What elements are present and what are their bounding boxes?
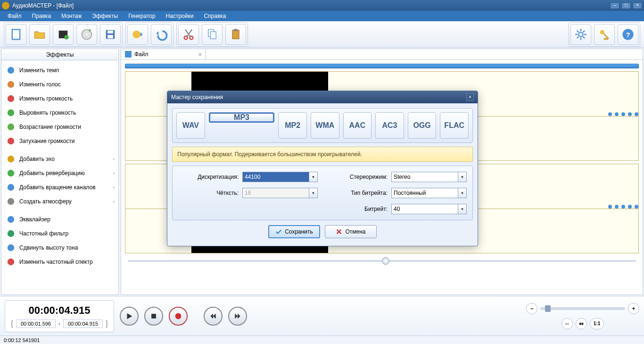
format-description: Популярный формат. Подерживается большин…: [172, 147, 473, 162]
menu-help[interactable]: Справка: [199, 11, 231, 21]
bitrate-type-label: Тип битрейта:: [327, 190, 388, 196]
new-file-button[interactable]: [6, 24, 26, 45]
stop-button[interactable]: [144, 307, 163, 326]
sidebar-item[interactable]: Добавить вращение каналов‹: [1, 180, 118, 194]
format-button-mp3[interactable]: MP3: [209, 112, 275, 123]
sidebar-item-label: Затухание громкости: [19, 138, 74, 144]
format-button-flac[interactable]: FLAC: [440, 112, 469, 139]
video-button[interactable]: [53, 24, 74, 45]
settings-button[interactable]: [570, 24, 591, 45]
bitrate-select[interactable]: 40▼: [391, 204, 467, 214]
format-button-mp2[interactable]: MP2: [278, 112, 307, 139]
bitrate-label: Битрейт:: [327, 206, 388, 212]
effect-icon: [6, 215, 16, 224]
svg-point-2: [64, 35, 68, 39]
menu-file[interactable]: Файл: [3, 11, 26, 21]
prev-button[interactable]: [204, 307, 223, 326]
sidebar-item-label: Добавить вращение каналов: [19, 184, 96, 191]
sidebar-item-label: Изменить частотный спектр: [19, 259, 93, 265]
file-tab[interactable]: Файл ×: [121, 49, 206, 59]
format-button-ogg[interactable]: OGG: [408, 112, 437, 139]
format-button-ac3[interactable]: AC3: [375, 112, 404, 139]
help-button[interactable]: ?: [618, 24, 638, 45]
bitrate-type-select[interactable]: Постоянный▼: [391, 188, 467, 198]
zoom-11-button[interactable]: 1:1: [590, 318, 604, 329]
fit-width-button[interactable]: ↔: [561, 318, 573, 329]
sidebar-item-label: Частотный фильтр: [19, 230, 68, 237]
effect-icon: [6, 257, 16, 267]
key-button[interactable]: [594, 24, 615, 45]
copy-button[interactable]: [202, 24, 223, 45]
timeline[interactable]: [125, 256, 639, 266]
cd-button[interactable]: [76, 24, 97, 45]
dialog-title-bar[interactable]: Мастер сохранения ×: [167, 91, 478, 103]
paste-button[interactable]: [225, 24, 246, 45]
effect-icon: [6, 94, 16, 103]
sidebar-item[interactable]: Добавить эхо‹: [1, 152, 118, 166]
menubar: Файл Правка Монтаж Эффекты Генератор Нас…: [0, 11, 644, 21]
effect-icon: [6, 168, 16, 178]
sidebar-item[interactable]: Эквалайзер: [1, 212, 118, 227]
sidebar-item[interactable]: Изменить частотный спектр: [1, 255, 118, 269]
format-button-wma[interactable]: WMA: [311, 112, 339, 139]
svg-point-26: [8, 170, 14, 176]
save-confirm-button[interactable]: Сохранить: [268, 225, 320, 238]
svg-rect-0: [12, 29, 20, 39]
open-file-button[interactable]: [29, 24, 50, 45]
sidebar-item[interactable]: Выровнять громкость: [1, 106, 118, 120]
maximize-button[interactable]: □: [621, 2, 631, 9]
sidebar-item[interactable]: Изменить громкость: [1, 92, 118, 106]
svg-text:?: ?: [626, 31, 630, 38]
menu-montage[interactable]: Монтаж: [57, 11, 87, 21]
sidebar-item-label: Выровнять громкость: [19, 109, 76, 116]
minimize-button[interactable]: –: [610, 2, 619, 9]
zoom-in-button[interactable]: +: [628, 303, 639, 314]
zoom-out-button[interactable]: −: [526, 303, 537, 314]
sidebar-item[interactable]: Затухание громкости: [1, 134, 118, 148]
effect-icon: [6, 183, 16, 192]
menu-effects[interactable]: Эффекты: [88, 11, 123, 21]
timeline-thumb[interactable]: [382, 257, 389, 265]
sidebar-item-label: Создать атмосферу: [19, 198, 72, 205]
close-button[interactable]: ×: [633, 2, 642, 9]
sidebar-item[interactable]: Создать атмосферу‹: [1, 194, 118, 209]
sidebar-item[interactable]: Возрастание громкости: [1, 120, 118, 134]
save-wizard-dialog: Мастер сохранения × WAVMP3MP2WMAAACAC3OG…: [167, 91, 478, 246]
expand-icon: ‹: [113, 199, 115, 204]
menu-edit[interactable]: Правка: [27, 11, 56, 21]
stereo-mode-select[interactable]: Stereo▼: [391, 172, 467, 182]
time-from-input[interactable]: [16, 319, 56, 328]
format-button-wav[interactable]: WAV: [176, 112, 205, 139]
sidebar-item[interactable]: Сдвинуть высоту тона: [1, 241, 118, 255]
play-button[interactable]: [120, 307, 139, 326]
tab-close-button[interactable]: ×: [198, 51, 202, 58]
format-button-aac[interactable]: AAC: [343, 112, 372, 139]
svg-point-28: [8, 198, 14, 205]
effects-sidebar: Эффекты Изменить темпИзменить голосИзмен…: [1, 49, 119, 295]
transport-bar: 00:00:04.915 [ - ] − + ↔ ⇔ 1:1: [0, 296, 644, 336]
cancel-button[interactable]: Отмена: [325, 225, 377, 238]
menu-generator[interactable]: Генератор: [124, 11, 160, 21]
zoom-controls: − + ↔ ⇔ 1:1: [526, 303, 639, 329]
svg-rect-33: [151, 314, 156, 319]
record-button[interactable]: [169, 307, 188, 326]
selection-bar[interactable]: [125, 64, 639, 68]
sidebar-item[interactable]: Изменить темп: [1, 63, 118, 77]
play-preview-button[interactable]: [127, 24, 148, 45]
dialog-close-button[interactable]: ×: [466, 93, 474, 101]
cut-button[interactable]: [178, 24, 199, 45]
svg-point-30: [8, 230, 14, 237]
save-button[interactable]: [100, 24, 121, 45]
sidebar-item[interactable]: Частотный фильтр: [1, 227, 118, 241]
undo-button[interactable]: [151, 24, 172, 45]
sidebar-item[interactable]: Добавить реверберацию‹: [1, 166, 118, 180]
fit-selection-button[interactable]: ⇔: [576, 318, 587, 329]
sample-rate-select[interactable]: 44100▼: [242, 172, 318, 182]
time-to-input[interactable]: [63, 319, 103, 328]
dialog-title: Мастер сохранения: [171, 94, 223, 101]
sidebar-item[interactable]: Изменить голос: [1, 77, 118, 92]
next-button[interactable]: [228, 307, 247, 326]
stereo-mode-label: Стереорежим:: [327, 174, 388, 180]
zoom-slider[interactable]: [540, 307, 625, 310]
menu-settings[interactable]: Настройки: [161, 11, 198, 21]
